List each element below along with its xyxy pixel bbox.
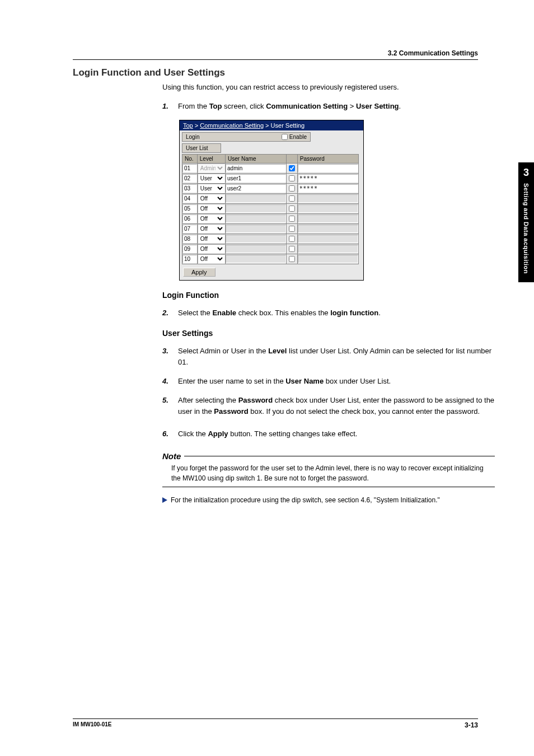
col-username: User Name bbox=[226, 154, 287, 163]
password-field[interactable] bbox=[298, 194, 358, 203]
enable-checkbox[interactable] bbox=[282, 134, 288, 140]
page-footer: IM MW100-01E 3-13 bbox=[73, 718, 478, 729]
breadcrumb-top[interactable]: Top bbox=[183, 122, 193, 129]
level-select[interactable]: Admin bbox=[198, 164, 225, 173]
password-field[interactable] bbox=[298, 225, 358, 233]
password-checkbox[interactable] bbox=[289, 185, 295, 192]
username-field[interactable] bbox=[226, 184, 286, 193]
password-field[interactable] bbox=[298, 255, 358, 263]
step-text: After selecting the Password check box u… bbox=[178, 395, 495, 417]
intro-text: Using this function, you can restrict ac… bbox=[162, 82, 495, 93]
no-field bbox=[182, 194, 197, 203]
col-no: No. bbox=[182, 154, 198, 163]
no-field bbox=[182, 174, 197, 183]
password-checkbox[interactable] bbox=[289, 236, 295, 242]
step-text: Enter the user name to set in the User N… bbox=[178, 376, 495, 387]
page-title: Login Function and User Settings bbox=[73, 67, 495, 78]
page-number: 3-13 bbox=[465, 721, 478, 729]
username-field[interactable] bbox=[226, 194, 286, 203]
chapter-tab: 3 Setting and Data acquisition bbox=[518, 162, 534, 282]
table-row: Off bbox=[182, 254, 359, 264]
table-row: Off bbox=[182, 223, 359, 234]
note-body: If you forget the password for the user … bbox=[162, 461, 495, 487]
note-rule bbox=[184, 456, 495, 456]
username-field[interactable] bbox=[226, 235, 286, 243]
level-select[interactable]: Off bbox=[198, 204, 225, 213]
password-field[interactable] bbox=[298, 245, 358, 253]
level-select[interactable]: User bbox=[198, 184, 225, 193]
section-user-settings: User Settings bbox=[162, 329, 495, 338]
username-field[interactable] bbox=[226, 214, 286, 223]
password-checkbox[interactable] bbox=[289, 226, 295, 232]
no-field bbox=[182, 164, 197, 172]
password-field[interactable] bbox=[298, 235, 358, 243]
no-field bbox=[182, 184, 197, 193]
username-field[interactable] bbox=[226, 204, 286, 213]
password-field[interactable] bbox=[298, 184, 358, 193]
table-row: Off bbox=[182, 203, 359, 213]
no-field bbox=[182, 245, 197, 253]
table-row: Off bbox=[182, 234, 359, 244]
triangle-icon bbox=[162, 497, 167, 503]
step-text: Click the Apply button. The setting chan… bbox=[178, 428, 495, 440]
note-label: Note bbox=[162, 451, 181, 461]
username-field[interactable] bbox=[226, 164, 286, 172]
apply-button[interactable]: Apply bbox=[183, 268, 216, 277]
user-list-table: No. Level User Name Password AdminUserUs… bbox=[182, 154, 359, 264]
col-level: Level bbox=[197, 154, 225, 163]
col-pw-check bbox=[287, 154, 298, 163]
no-field bbox=[182, 225, 197, 233]
level-select[interactable]: Off bbox=[198, 244, 225, 254]
cross-reference-text: For the initialization procedure using t… bbox=[171, 496, 440, 504]
level-select[interactable]: Off bbox=[198, 214, 225, 223]
breadcrumb-comm-setting[interactable]: Communication Setting bbox=[200, 122, 264, 129]
password-field[interactable] bbox=[298, 204, 358, 213]
breadcrumb-user-setting: User Setting bbox=[271, 122, 305, 129]
level-select[interactable]: Off bbox=[198, 234, 225, 244]
chapter-title: Setting and Data acquisition bbox=[523, 183, 530, 274]
password-checkbox[interactable] bbox=[289, 165, 295, 171]
username-field[interactable] bbox=[226, 255, 286, 263]
step-text: Select the Enable check box. This enable… bbox=[178, 307, 495, 319]
embedded-screenshot: Top > Communication Setting > User Setti… bbox=[179, 120, 495, 281]
cross-reference: For the initialization procedure using t… bbox=[162, 496, 495, 504]
password-checkbox[interactable] bbox=[289, 206, 295, 212]
password-checkbox[interactable] bbox=[289, 246, 295, 252]
no-field bbox=[182, 214, 197, 223]
step-4: 4. Enter the user name to set in the Use… bbox=[162, 376, 495, 387]
step-number: 4. bbox=[162, 376, 171, 387]
no-field bbox=[182, 255, 197, 263]
login-panel-header: Login Enable bbox=[182, 132, 311, 142]
enable-label: Enable bbox=[289, 134, 307, 140]
level-select[interactable]: Off bbox=[198, 254, 225, 264]
level-select[interactable]: Off bbox=[198, 194, 225, 203]
running-header: 3.2 Communication Settings bbox=[388, 49, 478, 57]
step-number: 5. bbox=[162, 395, 171, 417]
step-6: 6. Click the Apply button. The setting c… bbox=[162, 428, 495, 440]
step-2: 2. Select the Enable check box. This ena… bbox=[162, 307, 495, 319]
password-field[interactable] bbox=[298, 164, 358, 172]
step-3: 3. Select Admin or User in the Level lis… bbox=[162, 346, 495, 368]
level-select[interactable]: User bbox=[198, 174, 225, 183]
password-checkbox[interactable] bbox=[289, 175, 295, 181]
step-5: 5. After selecting the Password check bo… bbox=[162, 395, 495, 417]
step-number: 2. bbox=[162, 307, 171, 319]
password-checkbox[interactable] bbox=[289, 216, 295, 222]
step-text: From the Top screen, click Communication… bbox=[178, 101, 495, 112]
username-field[interactable] bbox=[226, 174, 286, 183]
password-checkbox[interactable] bbox=[289, 256, 295, 262]
note-block: Note If you forget the password for the … bbox=[162, 451, 495, 487]
step-1: 1. From the Top screen, click Communicat… bbox=[162, 101, 495, 112]
password-checkbox[interactable] bbox=[289, 195, 295, 202]
level-select[interactable]: Off bbox=[198, 224, 225, 234]
no-field bbox=[182, 235, 197, 243]
table-row: User bbox=[182, 173, 359, 183]
userlist-panel-header: User List bbox=[182, 143, 221, 153]
username-field[interactable] bbox=[226, 225, 286, 233]
table-row: Admin bbox=[182, 163, 359, 173]
step-text: Select Admin or User in the Level list u… bbox=[178, 346, 495, 368]
username-field[interactable] bbox=[226, 245, 286, 253]
password-field[interactable] bbox=[298, 214, 358, 223]
no-field bbox=[182, 204, 197, 213]
password-field[interactable] bbox=[298, 174, 358, 183]
